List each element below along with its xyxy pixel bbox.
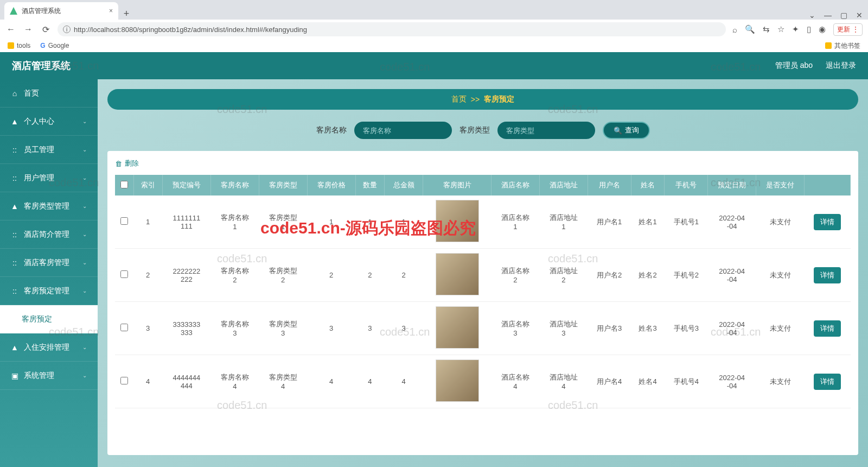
cell-qty: 3 (355, 302, 384, 355)
cell-room: 客房名称4 (210, 355, 259, 408)
detail-button[interactable]: 详情 (814, 374, 841, 390)
user-label[interactable]: 管理员 abo (775, 61, 813, 71)
bookmark-other[interactable]: 其他书签 (825, 41, 860, 51)
panel-icon[interactable]: ▯ (807, 24, 811, 34)
cell-paid: 未支付 (756, 195, 805, 249)
sidebar-item[interactable]: ::酒店客房管理⌄ (0, 249, 98, 277)
column-header: 客房名称 (210, 175, 259, 195)
addr-icons: ⌕ 🔍 ⇆ ☆ ✦ ▯ ◉ 更新⋮ (732, 23, 863, 36)
sidebar-item[interactable]: ::酒店简介管理⌄ (0, 220, 98, 249)
bookmark-google[interactable]: GGoogle (40, 42, 69, 49)
close-tab-icon[interactable]: × (109, 7, 113, 15)
cell-date: 2022-04-04 (708, 355, 756, 408)
cell-price: 1 (307, 195, 355, 249)
cell-total: 1 (384, 195, 423, 249)
menu-icon: ▲ (11, 117, 18, 126)
chevron-down-icon: ⌄ (82, 147, 87, 153)
browser-tab[interactable]: 酒店管理系统 × (4, 2, 118, 20)
menu-label: 入住安排管理 (24, 343, 69, 352)
share-icon[interactable]: ⇆ (763, 24, 770, 34)
menu-icon: :: (11, 230, 18, 239)
key-icon[interactable]: ⌕ (732, 25, 737, 34)
menu-label: 酒店简介管理 (24, 230, 69, 239)
maximize-icon[interactable]: ▢ (840, 11, 847, 20)
chevron-down-icon[interactable]: ⌄ (809, 11, 815, 20)
row-checkbox[interactable] (120, 217, 128, 225)
column-header: 酒店名称 (492, 175, 540, 195)
column-header: 是否支付 (756, 175, 805, 195)
delete-button[interactable]: 🗑删除 (115, 159, 851, 168)
cell-img (423, 302, 492, 355)
bookmark-tools[interactable]: tools (8, 42, 30, 49)
sidebar-item[interactable]: ▲个人中心⌄ (0, 108, 98, 136)
logout-link[interactable]: 退出登录 (826, 61, 856, 71)
sidebar-item[interactable]: 客房预定 (0, 305, 98, 333)
cell-date: 2022-04-04 (708, 195, 756, 249)
reload-button[interactable]: ⟳ (40, 24, 51, 35)
url-input[interactable]: i http://localhost:8080/springbootb1g8z/… (58, 22, 726, 36)
search-input-type[interactable] (497, 122, 595, 139)
cell-index: 1 (133, 195, 162, 249)
column-header: 预定编号 (162, 175, 210, 195)
row-checkbox[interactable] (120, 377, 128, 384)
search-button[interactable]: 🔍查询 (603, 122, 650, 139)
profile-icon[interactable]: ◉ (819, 24, 826, 34)
search-input-room[interactable] (354, 122, 452, 139)
detail-button[interactable]: 详情 (814, 267, 841, 283)
cell-addr: 酒店地址1 (539, 195, 588, 249)
sidebar-item[interactable]: ▲入住安排管理⌄ (0, 333, 98, 362)
cell-hotel: 酒店名称1 (492, 195, 540, 249)
sidebar-item[interactable]: ▣系统管理⌄ (0, 362, 98, 390)
sidebar-item[interactable]: ::员工管理⌄ (0, 136, 98, 164)
star-icon[interactable]: ☆ (777, 24, 784, 34)
minimize-icon[interactable]: — (824, 11, 832, 20)
table-row: 33333333333客房名称3客房类型3333酒店名称3酒店地址3用户名3姓名… (115, 302, 851, 355)
favicon (10, 7, 17, 15)
search-icon-chrome[interactable]: 🔍 (745, 24, 755, 34)
cell-index: 2 (133, 249, 162, 302)
cell-phone: 手机号4 (665, 355, 708, 408)
update-button[interactable]: 更新⋮ (833, 23, 863, 36)
cell-user: 用户名1 (588, 195, 631, 249)
address-bar: ← → ⟳ i http://localhost:8080/springboot… (0, 20, 868, 39)
column-header: 客房图片 (423, 175, 492, 195)
trash-icon: 🗑 (115, 160, 122, 168)
column-header: 客房价格 (307, 175, 355, 195)
content-box: 🗑删除 索引预定编号客房名称客房类型客房价格数量总金额客房图片酒店名称酒店地址用… (107, 151, 858, 455)
row-checkbox[interactable] (120, 270, 128, 278)
row-checkbox[interactable] (120, 324, 128, 331)
select-all-checkbox[interactable] (120, 181, 128, 188)
cell-name: 姓名4 (631, 355, 665, 408)
cell-total: 2 (384, 249, 423, 302)
cell-price: 4 (307, 355, 355, 408)
cell-type: 客房类型1 (259, 195, 307, 249)
search-label-room: 客房名称 (316, 125, 347, 135)
cell-no: 1111111111 (162, 195, 210, 249)
cell-date: 2022-04-04 (708, 249, 756, 302)
table-toolbar: 🗑删除 (115, 159, 851, 168)
breadcrumb-home[interactable]: 首页 (451, 94, 467, 104)
menu-label: 酒店客房管理 (24, 258, 69, 268)
sidebar-item[interactable]: ⌂首页 (0, 79, 98, 108)
detail-button[interactable]: 详情 (814, 214, 841, 230)
sidebar-item[interactable]: ▲客房类型管理⌄ (0, 192, 98, 220)
forward-button[interactable]: → (23, 24, 34, 34)
cell-room: 客房名称3 (210, 302, 259, 355)
cell-type: 客房类型2 (259, 249, 307, 302)
cell-paid: 未支付 (756, 302, 805, 355)
new-tab-button[interactable]: + (118, 8, 135, 20)
info-icon: i (63, 26, 71, 33)
sidebar-item[interactable]: ::客房预定管理⌄ (0, 277, 98, 305)
cell-no: 4444444444 (162, 355, 210, 408)
column-header: 酒店地址 (539, 175, 588, 195)
chevron-down-icon: ⌄ (82, 118, 87, 124)
column-header: 用户名 (588, 175, 631, 195)
cell-price: 2 (307, 249, 355, 302)
back-button[interactable]: ← (5, 24, 16, 34)
app-header: 酒店管理系统 管理员 abo 退出登录 (0, 52, 868, 79)
detail-button[interactable]: 详情 (814, 320, 841, 337)
close-window-icon[interactable]: ✕ (856, 11, 863, 20)
sidebar-item[interactable]: ::用户管理⌄ (0, 164, 98, 192)
cell-index: 3 (133, 302, 162, 355)
puzzle-icon[interactable]: ✦ (792, 24, 799, 34)
